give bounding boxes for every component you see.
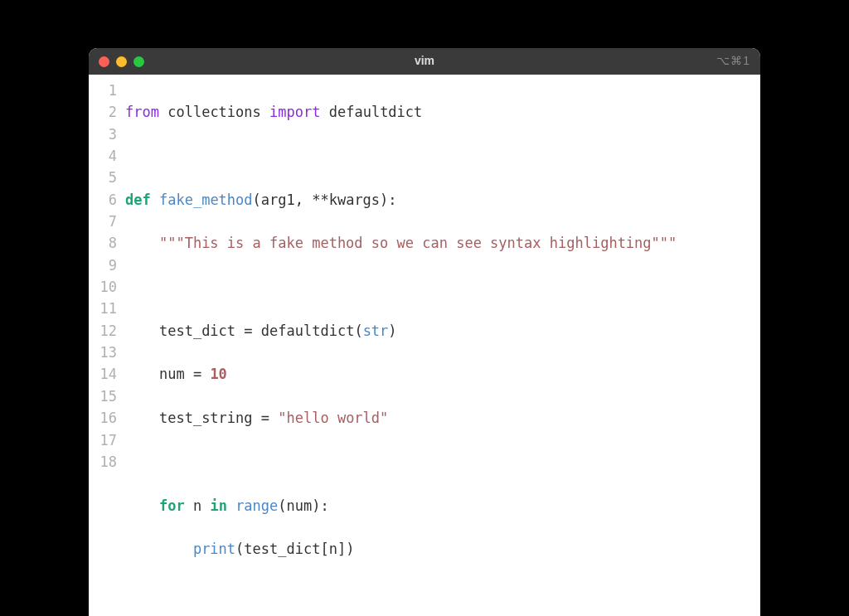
code-line xyxy=(125,145,760,167)
line-number: 12 xyxy=(89,320,117,342)
code-content[interactable]: from collections import defaultdict def … xyxy=(125,80,760,616)
line-number: 4 xyxy=(89,145,117,167)
line-number: 11 xyxy=(89,298,117,319)
editor-area[interactable]: 1 2 3 4 5 6 7 8 9 10 11 12 13 14 15 16 1… xyxy=(89,75,760,616)
line-number: 10 xyxy=(89,276,117,298)
window-title: vim xyxy=(89,52,760,70)
code-line xyxy=(125,276,760,298)
code-line: """This is a fake method so we can see s… xyxy=(125,232,760,254)
line-number: 3 xyxy=(89,124,117,145)
line-number: 15 xyxy=(89,386,117,407)
code-line: test_dict = defaultdict(str) xyxy=(125,320,760,342)
code-line xyxy=(125,582,760,604)
line-number: 14 xyxy=(89,363,117,385)
minimize-icon[interactable] xyxy=(116,56,127,67)
code-line: from collections import defaultdict xyxy=(125,101,760,123)
line-number: 1 xyxy=(89,80,117,101)
close-icon[interactable] xyxy=(99,56,109,67)
code-line: test_string = "hello world" xyxy=(125,407,760,429)
zoom-icon[interactable] xyxy=(133,56,144,67)
code-line: print(test_dict[n]) xyxy=(125,538,760,560)
line-number: 17 xyxy=(89,429,117,451)
line-number: 16 xyxy=(89,407,117,429)
code-line xyxy=(125,451,760,473)
shortcut-hint: ⌥⌘1 xyxy=(716,52,750,70)
code-line: num = 10 xyxy=(125,363,760,385)
traffic-lights xyxy=(99,56,144,67)
line-number: 13 xyxy=(89,342,117,363)
terminal-window: vim ⌥⌘1 1 2 3 4 5 6 7 8 9 10 11 12 13 14… xyxy=(89,48,760,616)
titlebar: vim ⌥⌘1 xyxy=(89,48,760,75)
line-number: 2 xyxy=(89,101,117,123)
line-number-gutter: 1 2 3 4 5 6 7 8 9 10 11 12 13 14 15 16 1… xyxy=(89,80,125,616)
code-line: def fake_method(arg1, **kwargs): xyxy=(125,189,760,211)
line-number: 18 xyxy=(89,451,117,473)
line-number: 7 xyxy=(89,211,117,232)
line-number: 5 xyxy=(89,167,117,188)
code-line: for n in range(num): xyxy=(125,495,760,517)
line-number: 9 xyxy=(89,255,117,276)
line-number: 8 xyxy=(89,232,117,254)
line-number: 6 xyxy=(89,189,117,211)
